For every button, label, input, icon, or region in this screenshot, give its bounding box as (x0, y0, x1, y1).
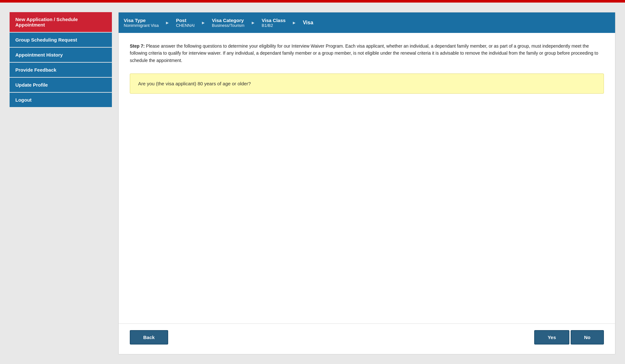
breadcrumb-arrow-2: ► (201, 20, 206, 25)
main-content: Visa TypeNonimmigrant Visa►PostCHENNAI►V… (118, 12, 615, 354)
breadcrumb-item-visa-category: Visa CategoryBusiness/Tourism (207, 14, 250, 31)
sidebar-item-update-profile[interactable]: Update Profile (10, 78, 112, 92)
sidebar-item-group-scheduling[interactable]: Group Scheduling Request (10, 33, 112, 47)
content-area: Step 7: Please answer the following ques… (119, 33, 615, 323)
breadcrumb-arrow-3: ► (251, 20, 255, 25)
back-button[interactable]: Back (130, 330, 168, 345)
sidebar-item-new-application[interactable]: New Application / Schedule Appointment (10, 12, 112, 32)
breadcrumb-label: Visa Type (124, 18, 159, 23)
breadcrumb-arrow-1: ► (165, 20, 170, 25)
breadcrumb-value: Nonimmigrant Visa (124, 23, 159, 28)
breadcrumb-item-visa-class: Visa ClassB1/B2 (257, 14, 291, 31)
sidebar-item-appointment-history[interactable]: Appointment History (10, 48, 112, 62)
step-body: Please answer the following questions to… (130, 43, 598, 63)
breadcrumb-bar: Visa TypeNonimmigrant Visa►PostCHENNAI►V… (119, 12, 615, 33)
no-button[interactable]: No (571, 330, 604, 345)
breadcrumb-item-post: PostCHENNAI (171, 14, 200, 31)
breadcrumb-value: B1/B2 (262, 23, 286, 28)
footer-area: Back Yes No (119, 323, 615, 354)
breadcrumb-label: Visa (303, 20, 313, 26)
sidebar-item-provide-feedback[interactable]: Provide Feedback (10, 63, 112, 77)
question-text: Are you (the visa applicant) 80 years of… (138, 81, 251, 86)
breadcrumb-item-visa: Visa (298, 17, 318, 29)
breadcrumb-item-visa-type: Visa TypeNonimmigrant Visa (119, 14, 164, 31)
sidebar-item-logout[interactable]: Logout (10, 93, 112, 107)
yes-button[interactable]: Yes (534, 330, 569, 345)
breadcrumb-label: Visa Category (212, 18, 245, 23)
breadcrumb-value: CHENNAI (176, 23, 195, 28)
yes-no-buttons: Yes No (534, 330, 604, 345)
breadcrumb-label: Post (176, 18, 195, 23)
sidebar: New Application / Schedule AppointmentGr… (10, 12, 112, 354)
breadcrumb-label: Visa Class (262, 18, 286, 23)
breadcrumb-value: Business/Tourism (212, 23, 245, 28)
breadcrumb-arrow-4: ► (292, 20, 296, 25)
question-box: Are you (the visa applicant) 80 years of… (130, 74, 604, 94)
step-description: Step 7: Please answer the following ques… (130, 43, 604, 64)
step-label: Step 7: (130, 43, 145, 49)
top-bar (0, 0, 625, 3)
